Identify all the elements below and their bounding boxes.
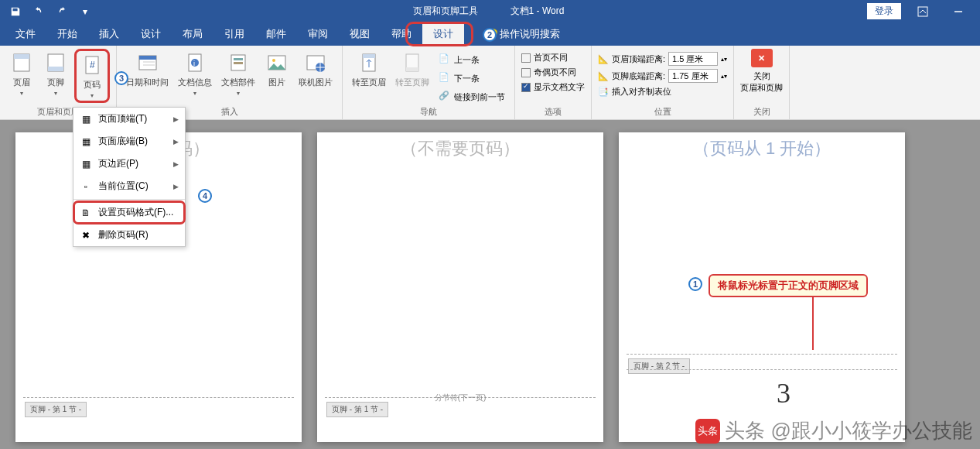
picture-button[interactable]: 图片 [261, 49, 292, 90]
svg-rect-9 [139, 56, 156, 60]
page3-number: 3 [777, 377, 790, 410]
title-center: 页眉和页脚工具 文档1 - Word [101, 5, 867, 18]
save-icon[interactable] [5, 2, 26, 21]
page3-footer-tag: 页脚 - 第 2 节 - [628, 358, 690, 374]
header-dist-input[interactable] [668, 52, 718, 66]
callout-box: 将鼠标光标置于正文的页脚区域 [709, 274, 868, 297]
format-icon: 🗎 [80, 207, 92, 219]
picture-icon [265, 50, 289, 75]
svg-point-19 [272, 59, 275, 62]
goto-header-button[interactable]: 转至页眉 [349, 49, 389, 90]
page-2[interactable]: （不需要页码） 分节符(下一页) 页脚 - 第 1 节 - [317, 132, 603, 442]
diff-first-checkbox[interactable]: 首页不同 [521, 52, 585, 63]
document-title: 文档1 - Word [510, 5, 565, 18]
tab-references[interactable]: 引用 [213, 22, 255, 46]
group-label: 导航 [349, 105, 508, 119]
next-icon: 📄 [439, 72, 451, 84]
page2-header-text: （不需要页码） [317, 137, 603, 160]
page-top-icon: ▦ [80, 113, 92, 125]
tell-me-label: 操作说明搜索 [500, 27, 560, 41]
watermark: 头条 头条 @跟小小筱学办公技能 [695, 417, 972, 444]
tab-help[interactable]: 帮助 [381, 22, 422, 46]
dd-current-pos[interactable]: ▫当前位置(C)▶ [73, 175, 185, 197]
svg-point-13 [191, 59, 199, 67]
ribbon-options-icon[interactable] [909, 2, 937, 21]
section-break-label: 分节符(下一页) [435, 392, 487, 403]
tab-mailings[interactable]: 邮件 [255, 22, 297, 46]
diff-oddeven-checkbox[interactable]: 奇偶页不同 [521, 67, 585, 78]
tab-design[interactable]: 设计 [130, 22, 172, 46]
watermark-logo-icon: 头条 [695, 419, 720, 444]
tab-home[interactable]: 开始 [46, 22, 88, 46]
dd-format-page-numbers[interactable]: 🗎设置页码格式(F)... [73, 201, 185, 224]
group-close: ✕ 关闭 页眉和页脚 关闭 [734, 46, 790, 119]
tab-view[interactable]: 视图 [339, 22, 381, 46]
quickparts-button[interactable]: 文档部件 [218, 49, 258, 98]
tab-layout[interactable]: 布局 [172, 22, 213, 46]
undo-icon[interactable] [28, 2, 50, 21]
context-tab-label: 页眉和页脚工具 [404, 5, 487, 18]
annotation-arrow [812, 296, 814, 350]
annotation-circle-3: 3 [114, 71, 128, 85]
svg-rect-3 [14, 54, 29, 59]
online-picture-button[interactable]: 联机图片 [295, 49, 336, 90]
dd-page-bottom[interactable]: ▦页面底端(B)▶ [73, 130, 185, 153]
footer-button[interactable]: 页脚 [40, 49, 71, 98]
page-number-icon: # [80, 53, 104, 77]
watermark-text: 头条 @跟小小筱学办公技能 [725, 417, 972, 444]
datetime-button[interactable]: 日期和时间 [123, 49, 172, 90]
header-icon [9, 50, 34, 75]
footer-dist-icon: 📐 [598, 71, 609, 81]
svg-text:i: i [193, 60, 195, 67]
group-label: 关闭 [740, 105, 783, 119]
prev-icon: 📄 [439, 53, 451, 66]
header-button[interactable]: 页眉 [6, 49, 37, 98]
goto-header-icon [357, 50, 381, 75]
svg-rect-25 [406, 67, 418, 71]
svg-rect-16 [234, 58, 243, 60]
svg-rect-17 [234, 62, 243, 64]
group-label: 选项 [521, 105, 585, 119]
footer-dist-label: 页脚底端距离: [612, 70, 665, 82]
tab-hf-design[interactable]: 设计 [422, 22, 464, 46]
svg-rect-23 [363, 54, 375, 58]
qat-dropdown-icon[interactable]: ▾ [74, 2, 96, 21]
dd-page-top[interactable]: ▦页面顶端(T)▶ [73, 108, 185, 130]
tab-file[interactable]: 文件 [5, 22, 46, 46]
redo-icon[interactable] [51, 2, 73, 21]
docinfo-button[interactable]: i文档信息 [175, 49, 215, 98]
next-section-button[interactable]: 📄下一条 [435, 70, 508, 86]
current-pos-icon: ▫ [80, 180, 92, 193]
footer-icon [43, 50, 68, 75]
page-number-button[interactable]: #页码 [74, 49, 110, 103]
group-navigation: 转至页眉 转至页脚 📄上一条 📄下一条 🔗链接到前一节 导航 [343, 46, 515, 119]
link-icon: 🔗 [439, 91, 451, 103]
page3-header-text: （页码从 1 开始） [619, 137, 905, 160]
annotation-circle-4: 4 [198, 189, 212, 203]
annotation-circle-2: 2 [483, 28, 497, 42]
tab-insert[interactable]: 插入 [88, 22, 130, 46]
group-label: 位置 [598, 105, 727, 119]
login-button[interactable]: 登录 [867, 3, 901, 19]
header-dist-icon: 📐 [598, 54, 609, 64]
group-position: 📐页眉顶端距离:▴▾ 📐页脚底端距离:▴▾ 📑插入对齐制表位 位置 [592, 46, 734, 119]
prev-section-button[interactable]: 📄上一条 [435, 52, 508, 67]
page-bottom-icon: ▦ [80, 135, 92, 148]
show-doctext-checkbox[interactable]: 显示文档文字 [521, 81, 585, 93]
title-bar: ▾ 页眉和页脚工具 文档1 - Word 登录 [0, 0, 980, 22]
minimize-icon[interactable] [944, 2, 972, 21]
link-previous-button[interactable]: 🔗链接到前一节 [435, 89, 508, 105]
svg-rect-0 [918, 7, 927, 16]
page-number-dropdown: ▦页面顶端(T)▶ ▦页面底端(B)▶ ▦页边距(P)▶ ▫当前位置(C)▶ 🗎… [73, 107, 186, 247]
tell-me[interactable]: 💡 操作说明搜索 [464, 22, 571, 46]
svg-rect-5 [48, 67, 63, 71]
page2-footer-tag: 页脚 - 第 1 节 - [326, 402, 388, 417]
page-margins-icon: ▦ [80, 158, 92, 170]
dd-remove-page-numbers[interactable]: ✖删除页码(R) [73, 224, 185, 246]
footer-dist-input[interactable] [668, 69, 718, 83]
align-tab-button[interactable]: 📑插入对齐制表位 [598, 86, 727, 98]
dd-page-margins[interactable]: ▦页边距(P)▶ [73, 153, 185, 175]
close-hf-button[interactable]: ✕ 关闭 页眉和页脚 [740, 49, 783, 94]
remove-icon: ✖ [80, 229, 92, 242]
tab-review[interactable]: 审阅 [297, 22, 339, 46]
